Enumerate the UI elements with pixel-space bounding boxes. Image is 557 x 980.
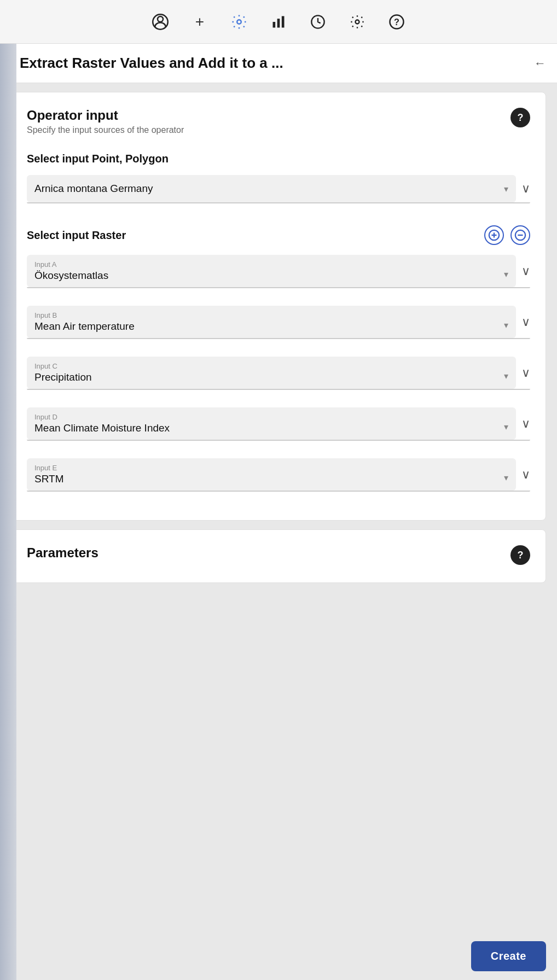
gear-icon[interactable] xyxy=(347,12,367,32)
breadcrumb: › Extract Raster Values and Add it to a … xyxy=(0,44,557,83)
raster-input-b-container: Input B Mean Air temperature ▾ ∨ xyxy=(27,306,530,339)
raster-input-a-chevron[interactable]: ∨ xyxy=(521,264,530,278)
svg-rect-5 xyxy=(282,16,285,27)
operator-input-subtitle: Specify the input sources of the operato… xyxy=(27,125,184,135)
help-toolbar-icon[interactable]: ? xyxy=(387,12,407,32)
add-raster-icon[interactable] xyxy=(484,225,504,245)
toolbar: + xyxy=(0,0,557,44)
raster-input-b-select[interactable]: Input B Mean Air temperature ▾ xyxy=(27,306,516,338)
raster-input-c-select[interactable]: Input C Precipitation ▾ xyxy=(27,357,516,389)
raster-input-a-value: Ökosystematlas xyxy=(34,270,508,282)
raster-input-e-container: Input E SRTM ▾ ∨ xyxy=(27,458,530,492)
svg-rect-3 xyxy=(273,22,276,28)
raster-input-d-arrow: ▾ xyxy=(504,422,508,432)
left-sidebar-bg xyxy=(0,44,16,980)
raster-input-d-select[interactable]: Input D Mean Climate Moisture Index ▾ xyxy=(27,407,516,440)
point-polygon-select-container: Arnica montana Germany ▾ ∨ xyxy=(27,175,530,203)
raster-input-c-label: Input C xyxy=(34,362,508,370)
raster-input-c-value: Precipitation xyxy=(34,371,508,383)
parameters-card: Parameters ? xyxy=(11,529,546,583)
create-button-container: Create xyxy=(0,932,557,980)
raster-input-a-select[interactable]: Input A Ökosystematlas ▾ xyxy=(27,255,516,287)
create-button[interactable]: Create xyxy=(471,941,546,971)
parameters-title: Parameters xyxy=(27,545,98,561)
raster-input-e-label: Input E xyxy=(34,464,508,472)
raster-input-c-container: Input C Precipitation ▾ ∨ xyxy=(27,357,530,390)
raster-input-e-arrow: ▾ xyxy=(504,472,508,483)
raster-input-a-arrow: ▾ xyxy=(504,269,508,279)
point-polygon-label: Select input Point, Polygon xyxy=(27,153,530,165)
raster-input-b-chevron[interactable]: ∨ xyxy=(521,315,530,329)
parameters-help-icon[interactable]: ? xyxy=(510,545,530,565)
chart-icon[interactable] xyxy=(269,12,288,32)
raster-input-a-container: Input A Ökosystematlas ▾ ∨ xyxy=(27,255,530,288)
raster-input-e-chevron[interactable]: ∨ xyxy=(521,468,530,482)
raster-input-b-value: Mean Air temperature xyxy=(34,320,508,332)
raster-section-label: Select input Raster xyxy=(27,229,126,242)
point-polygon-select[interactable]: Arnica montana Germany ▾ xyxy=(27,175,516,202)
user-icon[interactable] xyxy=(150,12,170,32)
raster-input-a-label: Input A xyxy=(34,260,508,269)
breadcrumb-back-button[interactable]: ← xyxy=(534,56,546,71)
point-polygon-value: Arnica montana Germany xyxy=(34,183,153,194)
svg-point-0 xyxy=(158,16,163,22)
raster-input-d-value: Mean Climate Moisture Index xyxy=(34,422,508,434)
raster-input-b-arrow: ▾ xyxy=(504,320,508,330)
raster-input-b-label: Input B xyxy=(34,311,508,319)
svg-rect-4 xyxy=(277,19,280,27)
raster-input-d-chevron[interactable]: ∨ xyxy=(521,417,530,431)
remove-raster-icon[interactable] xyxy=(510,225,530,245)
svg-text:?: ? xyxy=(394,17,399,27)
plus-icon[interactable]: + xyxy=(190,12,210,32)
raster-input-c-arrow: ▾ xyxy=(504,371,508,381)
svg-point-2 xyxy=(237,20,241,24)
raster-input-e-select[interactable]: Input E SRTM ▾ xyxy=(27,458,516,491)
operator-input-card: Operator input Specify the input sources… xyxy=(11,92,546,521)
raster-input-e-value: SRTM xyxy=(34,473,508,485)
operator-input-title: Operator input xyxy=(27,108,184,123)
raster-input-c-chevron[interactable]: ∨ xyxy=(521,366,530,380)
settings-animated-icon[interactable] xyxy=(229,12,249,32)
breadcrumb-title: Extract Raster Values and Add it to a ..… xyxy=(20,55,529,72)
raster-inputs-list: Input A Ökosystematlas ▾ ∨ Input B Mean … xyxy=(27,255,530,492)
svg-point-7 xyxy=(356,20,359,24)
operator-help-icon[interactable]: ? xyxy=(510,108,530,127)
clock-icon[interactable] xyxy=(308,12,328,32)
raster-input-d-container: Input D Mean Climate Moisture Index ▾ ∨ xyxy=(27,407,530,441)
point-polygon-chevron-icon[interactable]: ∨ xyxy=(521,182,530,196)
raster-input-d-label: Input D xyxy=(34,413,508,421)
point-polygon-dropdown-arrow: ▾ xyxy=(504,184,508,194)
